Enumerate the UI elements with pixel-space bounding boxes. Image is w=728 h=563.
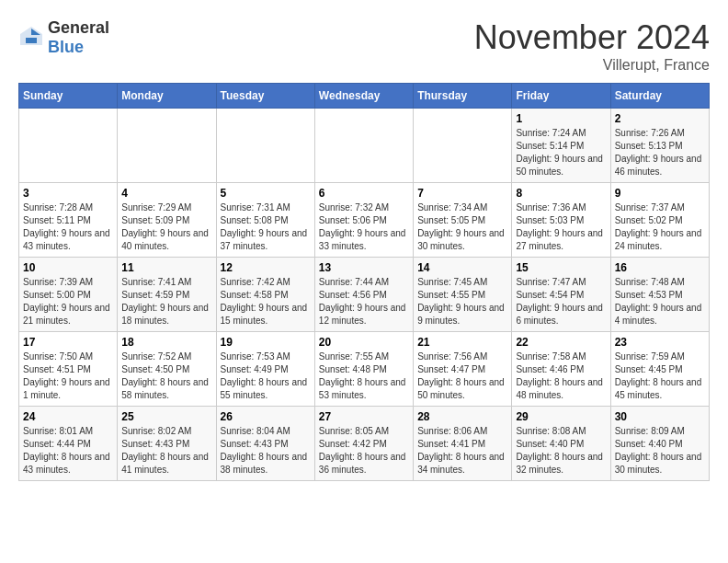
day-info-21: Sunrise: 7:56 AM Sunset: 4:47 PM Dayligh…	[417, 350, 507, 402]
day-info-4: Sunrise: 7:29 AM Sunset: 5:09 PM Dayligh…	[121, 201, 211, 253]
day-cell-2-6: 16Sunrise: 7:48 AM Sunset: 4:53 PM Dayli…	[610, 258, 709, 332]
day-number-6: 6	[319, 187, 409, 200]
day-number-14: 14	[417, 261, 507, 274]
day-cell-2-5: 15Sunrise: 7:47 AM Sunset: 4:54 PM Dayli…	[512, 258, 610, 332]
header-wednesday: Wednesday	[314, 84, 413, 109]
day-cell-3-2: 19Sunrise: 7:53 AM Sunset: 4:49 PM Dayli…	[216, 332, 314, 407]
day-number-18: 18	[121, 336, 211, 349]
day-number-26: 26	[221, 410, 311, 423]
day-info-18: Sunrise: 7:52 AM Sunset: 4:50 PM Dayligh…	[121, 350, 211, 402]
day-info-23: Sunrise: 7:59 AM Sunset: 4:45 PM Dayligh…	[615, 350, 705, 402]
day-cell-4-2: 26Sunrise: 8:04 AM Sunset: 4:43 PM Dayli…	[216, 407, 314, 481]
logo-blue: Blue	[48, 38, 84, 56]
day-cell-4-0: 24Sunrise: 8:01 AM Sunset: 4:44 PM Dayli…	[19, 407, 118, 481]
day-info-29: Sunrise: 8:08 AM Sunset: 4:40 PM Dayligh…	[516, 425, 606, 477]
day-number-10: 10	[23, 261, 113, 274]
day-cell-1-6: 9Sunrise: 7:37 AM Sunset: 5:02 PM Daylig…	[610, 183, 709, 258]
day-cell-0-6: 2Sunrise: 7:26 AM Sunset: 5:13 PM Daylig…	[610, 109, 709, 183]
day-number-24: 24	[23, 410, 113, 423]
day-info-7: Sunrise: 7:34 AM Sunset: 5:05 PM Dayligh…	[417, 201, 507, 253]
weekday-header-row: Sunday Monday Tuesday Wednesday Thursday…	[19, 84, 710, 109]
day-cell-2-2: 12Sunrise: 7:42 AM Sunset: 4:58 PM Dayli…	[216, 258, 314, 332]
day-cell-1-4: 7Sunrise: 7:34 AM Sunset: 5:05 PM Daylig…	[414, 183, 512, 258]
day-cell-3-3: 20Sunrise: 7:55 AM Sunset: 4:48 PM Dayli…	[314, 332, 413, 407]
day-number-9: 9	[615, 187, 705, 200]
week-row-3: 17Sunrise: 7:50 AM Sunset: 4:51 PM Dayli…	[19, 332, 710, 407]
day-info-1: Sunrise: 7:24 AM Sunset: 5:14 PM Dayligh…	[516, 127, 606, 178]
day-info-17: Sunrise: 7:50 AM Sunset: 4:51 PM Dayligh…	[23, 350, 113, 402]
day-cell-0-0	[19, 109, 118, 183]
day-cell-0-3	[314, 109, 413, 183]
day-cell-0-2	[216, 109, 314, 183]
day-info-16: Sunrise: 7:48 AM Sunset: 4:53 PM Dayligh…	[615, 276, 705, 327]
day-cell-2-4: 14Sunrise: 7:45 AM Sunset: 4:55 PM Dayli…	[414, 258, 512, 332]
day-number-5: 5	[221, 187, 311, 200]
day-cell-4-5: 29Sunrise: 8:08 AM Sunset: 4:40 PM Dayli…	[512, 407, 610, 481]
day-cell-4-6: 30Sunrise: 8:09 AM Sunset: 4:40 PM Dayli…	[610, 407, 709, 481]
day-info-28: Sunrise: 8:06 AM Sunset: 4:41 PM Dayligh…	[417, 425, 507, 477]
day-cell-0-1	[118, 109, 216, 183]
week-row-0: 1Sunrise: 7:24 AM Sunset: 5:14 PM Daylig…	[19, 109, 710, 183]
week-row-2: 10Sunrise: 7:39 AM Sunset: 5:00 PM Dayli…	[19, 258, 710, 332]
day-number-12: 12	[221, 261, 311, 274]
month-title: November 2024	[474, 18, 710, 57]
page-header: General Blue November 2024 Villerupt, Fr…	[18, 18, 710, 74]
day-info-25: Sunrise: 8:02 AM Sunset: 4:43 PM Dayligh…	[121, 425, 211, 477]
day-number-1: 1	[516, 112, 606, 125]
day-number-22: 22	[516, 336, 606, 349]
day-info-9: Sunrise: 7:37 AM Sunset: 5:02 PM Dayligh…	[615, 201, 705, 253]
calendar-table: Sunday Monday Tuesday Wednesday Thursday…	[18, 83, 710, 481]
day-number-2: 2	[615, 112, 705, 125]
header-friday: Friday	[512, 84, 610, 109]
day-number-30: 30	[615, 410, 705, 423]
day-info-13: Sunrise: 7:44 AM Sunset: 4:56 PM Dayligh…	[319, 276, 409, 327]
header-thursday: Thursday	[414, 84, 512, 109]
svg-rect-2	[26, 38, 37, 43]
day-cell-1-2: 5Sunrise: 7:31 AM Sunset: 5:08 PM Daylig…	[216, 183, 314, 258]
day-cell-3-1: 18Sunrise: 7:52 AM Sunset: 4:50 PM Dayli…	[118, 332, 216, 407]
day-number-4: 4	[121, 187, 211, 200]
calendar-body: 1Sunrise: 7:24 AM Sunset: 5:14 PM Daylig…	[19, 109, 710, 481]
day-info-27: Sunrise: 8:05 AM Sunset: 4:42 PM Dayligh…	[319, 425, 409, 477]
title-block: November 2024 Villerupt, France	[474, 18, 710, 74]
day-cell-0-4	[414, 109, 512, 183]
logo-icon	[18, 25, 44, 51]
day-cell-1-5: 8Sunrise: 7:36 AM Sunset: 5:03 PM Daylig…	[512, 183, 610, 258]
day-number-21: 21	[417, 336, 507, 349]
header-tuesday: Tuesday	[216, 84, 314, 109]
day-info-24: Sunrise: 8:01 AM Sunset: 4:44 PM Dayligh…	[23, 425, 113, 477]
day-number-16: 16	[615, 261, 705, 274]
day-cell-1-1: 4Sunrise: 7:29 AM Sunset: 5:09 PM Daylig…	[118, 183, 216, 258]
day-info-3: Sunrise: 7:28 AM Sunset: 5:11 PM Dayligh…	[23, 201, 113, 253]
day-number-25: 25	[121, 410, 211, 423]
logo: General Blue	[18, 18, 109, 57]
day-number-27: 27	[319, 410, 409, 423]
week-row-4: 24Sunrise: 8:01 AM Sunset: 4:44 PM Dayli…	[19, 407, 710, 481]
day-number-29: 29	[516, 410, 606, 423]
day-info-2: Sunrise: 7:26 AM Sunset: 5:13 PM Dayligh…	[615, 127, 705, 178]
day-number-15: 15	[516, 261, 606, 274]
header-saturday: Saturday	[610, 84, 709, 109]
day-number-19: 19	[221, 336, 311, 349]
day-info-11: Sunrise: 7:41 AM Sunset: 4:59 PM Dayligh…	[121, 276, 211, 327]
day-cell-3-6: 23Sunrise: 7:59 AM Sunset: 4:45 PM Dayli…	[610, 332, 709, 407]
day-cell-4-3: 27Sunrise: 8:05 AM Sunset: 4:42 PM Dayli…	[314, 407, 413, 481]
week-row-1: 3Sunrise: 7:28 AM Sunset: 5:11 PM Daylig…	[19, 183, 710, 258]
day-number-17: 17	[23, 336, 113, 349]
header-monday: Monday	[118, 84, 216, 109]
day-cell-4-1: 25Sunrise: 8:02 AM Sunset: 4:43 PM Dayli…	[118, 407, 216, 481]
location: Villerupt, France	[474, 57, 710, 74]
day-info-12: Sunrise: 7:42 AM Sunset: 4:58 PM Dayligh…	[221, 276, 311, 327]
day-info-14: Sunrise: 7:45 AM Sunset: 4:55 PM Dayligh…	[417, 276, 507, 327]
day-info-22: Sunrise: 7:58 AM Sunset: 4:46 PM Dayligh…	[516, 350, 606, 402]
day-cell-2-1: 11Sunrise: 7:41 AM Sunset: 4:59 PM Dayli…	[118, 258, 216, 332]
day-info-10: Sunrise: 7:39 AM Sunset: 5:00 PM Dayligh…	[23, 276, 113, 327]
day-cell-2-0: 10Sunrise: 7:39 AM Sunset: 5:00 PM Dayli…	[19, 258, 118, 332]
day-number-7: 7	[417, 187, 507, 200]
day-info-15: Sunrise: 7:47 AM Sunset: 4:54 PM Dayligh…	[516, 276, 606, 327]
logo-general: General	[48, 18, 109, 37]
day-cell-1-0: 3Sunrise: 7:28 AM Sunset: 5:11 PM Daylig…	[19, 183, 118, 258]
calendar-header: Sunday Monday Tuesday Wednesday Thursday…	[19, 84, 710, 109]
day-number-20: 20	[319, 336, 409, 349]
day-info-30: Sunrise: 8:09 AM Sunset: 4:40 PM Dayligh…	[615, 425, 705, 477]
